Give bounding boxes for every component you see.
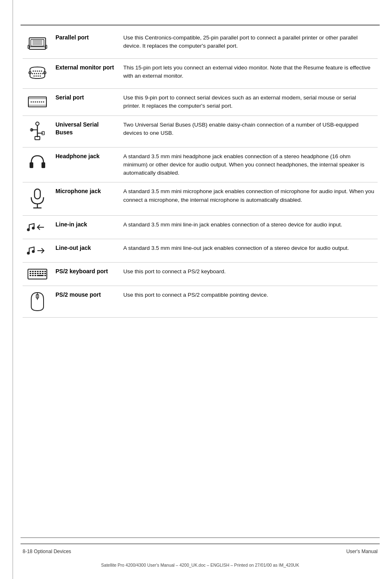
svg-rect-60	[39, 271, 41, 272]
table-row: Microphone jack A standard 3.5 mm mini m…	[23, 182, 378, 216]
svg-rect-64	[32, 273, 34, 274]
table-row: Universal Serial Buses Two Universal Ser…	[23, 115, 378, 147]
table-row: Line-out jack A standard 3.5 mm mini lin…	[23, 239, 378, 263]
svg-point-14	[32, 73, 33, 74]
ps2-mouse-icon-cell	[23, 286, 52, 318]
table-row: Headphone jack A standard 3.5 mm mini he…	[23, 147, 378, 182]
svg-point-15	[34, 73, 35, 74]
headphone-icon	[28, 152, 47, 171]
parallel-port-name: Parallel port	[52, 29, 120, 59]
line-out-icon	[26, 244, 49, 257]
bottom-rule	[21, 537, 380, 538]
svg-rect-69	[44, 273, 46, 274]
svg-point-12	[39, 71, 40, 72]
svg-rect-68	[42, 273, 44, 274]
left-margin-bar	[12, 0, 13, 579]
svg-point-35	[43, 101, 44, 103]
parallel-icon	[28, 34, 47, 53]
table-row: External monitor port This 15-pin port l…	[23, 59, 378, 89]
svg-rect-70	[30, 275, 31, 276]
svg-rect-1	[31, 39, 44, 46]
svg-point-13	[41, 71, 42, 72]
svg-rect-67	[39, 273, 41, 274]
svg-point-19	[42, 73, 44, 74]
line-out-jack-name: Line-out jack	[52, 239, 120, 263]
microphone-jack-name: Microphone jack	[52, 182, 120, 216]
svg-point-22	[38, 76, 39, 77]
svg-rect-72	[35, 275, 36, 276]
usb-port-icon-cell	[23, 115, 52, 147]
svg-rect-45	[42, 162, 45, 168]
top-rule	[21, 25, 380, 25]
page: Parallel port Use this Centronics-compat…	[0, 0, 392, 579]
monitor-icon	[28, 64, 47, 83]
svg-point-53	[32, 250, 35, 253]
line-in-jack-icon-cell	[23, 216, 52, 239]
svg-point-52	[27, 252, 30, 255]
usb-icon	[28, 121, 47, 142]
headphone-jack-name: Headphone jack	[52, 147, 120, 182]
svg-rect-59	[37, 271, 39, 272]
svg-point-33	[39, 101, 40, 103]
usb-port-desc: Two Universal Serial Buses (USB) enable …	[120, 115, 378, 147]
line-in-icon	[26, 221, 49, 234]
serial-icon	[28, 94, 47, 110]
svg-point-32	[37, 101, 38, 103]
monitor-port-desc: This 15-pin port lets you connect an ext…	[120, 59, 378, 89]
svg-point-18	[40, 73, 42, 74]
svg-rect-44	[30, 162, 33, 168]
ps2-mouse-desc: Use this port to connect a PS/2 compatib…	[120, 286, 378, 318]
footer-left: 8-18 Optional Devices	[23, 549, 71, 554]
ps2-keyboard-desc: Use this port to connect a PS/2 keyboard…	[120, 263, 378, 286]
serial-port-icon-cell	[23, 89, 52, 116]
footer-rule	[21, 544, 380, 544]
svg-rect-66	[37, 273, 39, 274]
svg-rect-65	[35, 273, 36, 274]
svg-point-16	[36, 73, 37, 74]
footer: 8-18 Optional Devices User's Manual	[23, 549, 378, 554]
table-row: Parallel port Use this Centronics-compat…	[23, 29, 378, 59]
table-row: Serial port Use this 9-pin port to conne…	[23, 89, 378, 116]
svg-point-9	[33, 71, 34, 72]
svg-point-31	[35, 101, 36, 103]
ps2-mouse-name: PS/2 mouse port	[52, 286, 120, 318]
footer-right: User's Manual	[346, 549, 378, 554]
table-row: PS/2 keyboard port Use this port to conn…	[23, 263, 378, 286]
line-out-jack-icon-cell	[23, 239, 52, 263]
svg-rect-58	[35, 271, 36, 272]
footer-center: Satellite Pro 4200/4300 User's Manual – …	[23, 563, 378, 567]
svg-point-34	[41, 101, 42, 103]
ps2-keyboard-name: PS/2 keyboard port	[52, 263, 120, 286]
ps2-keyboard-icon-cell	[23, 263, 52, 286]
monitor-port-name: External monitor port	[52, 59, 120, 89]
svg-point-37	[36, 122, 39, 125]
svg-rect-63	[30, 273, 31, 274]
svg-rect-71	[32, 275, 34, 276]
table-row: PS/2 mouse port Use this port to connect…	[23, 286, 378, 318]
svg-point-17	[38, 73, 39, 74]
svg-point-29	[31, 101, 32, 103]
svg-point-10	[35, 71, 36, 72]
svg-point-50	[32, 227, 35, 230]
svg-point-20	[34, 76, 35, 77]
microphone-jack-desc: A standard 3.5 mm mini microphone jack e…	[120, 182, 378, 216]
svg-point-11	[37, 71, 38, 72]
svg-rect-61	[42, 271, 44, 272]
parallel-port-icon-cell	[23, 29, 52, 59]
usb-port-name: Universal Serial Buses	[52, 115, 120, 147]
svg-point-21	[36, 76, 37, 77]
svg-point-49	[27, 228, 30, 231]
svg-rect-73	[37, 275, 44, 276]
svg-point-23	[40, 76, 41, 77]
line-in-jack-name: Line-in jack	[52, 216, 120, 239]
keyboard-icon	[28, 268, 47, 281]
svg-rect-62	[44, 271, 46, 272]
parallel-port-desc: Use this Centronics-compatible, 25-pin p…	[120, 29, 378, 59]
microphone-jack-icon-cell	[23, 182, 52, 216]
svg-point-30	[33, 101, 34, 103]
svg-rect-74	[44, 275, 46, 276]
microphone-icon	[28, 187, 47, 210]
headphone-jack-icon-cell	[23, 147, 52, 182]
table-row: Line-in jack A standard 3.5 mm mini line…	[23, 216, 378, 239]
line-out-jack-desc: A standard 3.5 mm mini line-out jack ena…	[120, 239, 378, 263]
